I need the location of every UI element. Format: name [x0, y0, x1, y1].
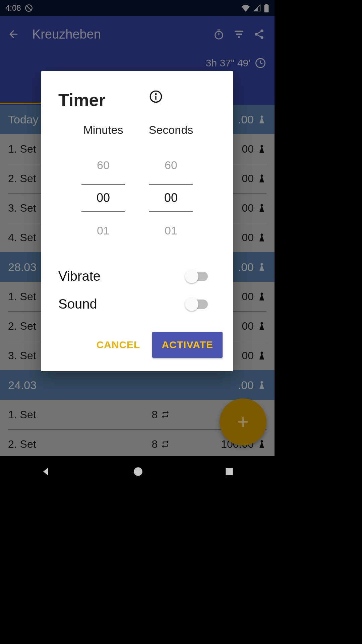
seconds-label: Seconds — [142, 123, 199, 137]
minutes-picker[interactable]: 60 00 01 — [75, 147, 132, 249]
svg-point-21 — [155, 93, 157, 95]
picker-prev: 60 — [97, 147, 110, 184]
android-navbar — [0, 456, 275, 488]
svg-rect-22 — [155, 96, 156, 100]
vibrate-label: Vibrate — [58, 269, 186, 284]
minutes-label: Minutes — [75, 123, 132, 137]
sound-label: Sound — [58, 297, 186, 312]
picker-prev: 60 — [165, 147, 177, 184]
vibrate-toggle[interactable] — [186, 272, 208, 281]
nav-back-icon[interactable] — [40, 466, 52, 479]
svg-rect-19 — [226, 468, 233, 475]
picker-next: 01 — [97, 212, 110, 249]
picker-next: 01 — [165, 212, 177, 249]
picker-current: 00 — [81, 184, 125, 212]
dialog-title: Timer — [58, 90, 106, 110]
nav-home-icon[interactable] — [132, 466, 144, 479]
timer-dialog: Timer Minutes Seconds 60 00 01 60 00 01 … — [41, 71, 233, 371]
sound-toggle[interactable] — [186, 300, 208, 309]
nav-recents-icon[interactable] — [224, 466, 235, 478]
svg-point-18 — [134, 467, 142, 476]
activate-button[interactable]: ACTIVATE — [152, 332, 223, 358]
picker-current: 00 — [149, 184, 193, 212]
info-icon[interactable] — [149, 90, 163, 103]
seconds-picker[interactable]: 60 00 01 — [142, 147, 199, 249]
cancel-button[interactable]: CANCEL — [96, 339, 140, 351]
